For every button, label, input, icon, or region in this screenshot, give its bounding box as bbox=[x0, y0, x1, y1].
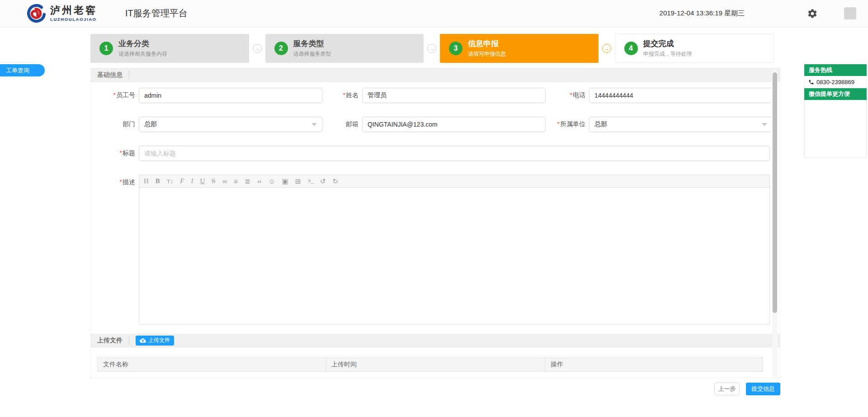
step-arrow-2: → bbox=[424, 34, 440, 63]
title-input[interactable] bbox=[139, 146, 770, 161]
employee-id-label: *员工号 bbox=[98, 91, 135, 100]
submit-info-button[interactable]: 提交信息 bbox=[746, 383, 780, 395]
step-arrow-3: → bbox=[599, 34, 615, 63]
right-sidebar: 服务热线 0830-2398869 微信提单更方便 bbox=[804, 64, 867, 158]
upload-file-button[interactable]: 上传文件 bbox=[136, 336, 174, 346]
work-order-query-tab[interactable]: 工单查询 bbox=[0, 64, 45, 76]
step-2-title: 服务类型 bbox=[293, 39, 331, 48]
divider bbox=[129, 336, 129, 345]
required-mark: * bbox=[113, 91, 116, 99]
description-editor-body[interactable] bbox=[139, 188, 769, 324]
required-mark: * bbox=[343, 91, 345, 99]
wechat-header: 微信提单更方便 bbox=[804, 88, 867, 100]
undo-icon[interactable]: ↺ bbox=[320, 178, 326, 185]
underline-icon[interactable]: U bbox=[200, 178, 205, 185]
main-form-panel: 基础信息 *员工号 *姓名 *电话 部门 总部 邮箱 *所属单位 总部 bbox=[90, 68, 780, 378]
step-2-subtitle: 请选择服务类型 bbox=[293, 50, 331, 58]
heading-icon[interactable]: H bbox=[144, 178, 149, 185]
top-header: 泸州老窖 LUZHOULAOJIAO IT服务管理平台 2019-12-04 1… bbox=[0, 0, 868, 27]
actions-column-header: 操作 bbox=[545, 358, 763, 371]
editor-toolbar: H B T↕ F I U S ∞ ≡ ≣ “ ☺ ▣ ⊞ >_ ↺ ↻ bbox=[139, 175, 769, 188]
arrow-right-icon: → bbox=[253, 44, 262, 53]
upload-file-button-label: 上传文件 bbox=[148, 336, 170, 344]
required-mark: * bbox=[557, 120, 560, 128]
email-input[interactable] bbox=[362, 117, 546, 132]
logo-swirl-icon bbox=[26, 4, 46, 24]
image-icon[interactable]: ▣ bbox=[282, 178, 288, 185]
gear-icon[interactable] bbox=[807, 8, 818, 19]
upload-time-column-header: 上传时间 bbox=[326, 358, 545, 371]
link-icon[interactable]: ∞ bbox=[222, 178, 227, 185]
step-arrow-1: → bbox=[249, 34, 265, 63]
footer-actions: 上一步 提交信息 bbox=[90, 383, 780, 395]
form-row-1: *员工号 *姓名 *电话 bbox=[98, 88, 780, 103]
strikethrough-icon[interactable]: S bbox=[212, 178, 215, 185]
hotline-row: 0830-2398869 bbox=[804, 76, 867, 88]
emoticon-icon[interactable]: ☺ bbox=[268, 178, 275, 185]
phone-icon bbox=[808, 79, 814, 85]
align-justify-icon[interactable]: ≣ bbox=[245, 178, 250, 185]
step-info-declare[interactable]: 3 信息申报 请填写申报信息 bbox=[440, 34, 599, 63]
department-label: 部门 bbox=[98, 120, 135, 128]
italic-icon[interactable]: I bbox=[191, 178, 193, 185]
email-label: 邮箱 bbox=[327, 120, 359, 128]
table-icon[interactable]: ⊞ bbox=[295, 178, 301, 185]
code-icon[interactable]: >_ bbox=[308, 179, 313, 184]
upload-section-bar: 上传文件 上传文件 bbox=[91, 334, 780, 347]
file-name-column-header: 文件名称 bbox=[98, 358, 326, 371]
logo-english-name: LUZHOULAOJIAO bbox=[50, 17, 97, 22]
unit-select-value: 总部 bbox=[594, 120, 607, 128]
phone-input[interactable] bbox=[589, 88, 773, 103]
unordered-list-icon[interactable]: ≡ bbox=[234, 178, 238, 185]
step-1-title: 业务分类 bbox=[118, 39, 167, 48]
datetime-text: 2019-12-04 13:36:19 星期三 bbox=[660, 9, 745, 18]
step-wizard: 1 业务分类 请选择相关服务内容 → 2 服务类型 请选择服务类型 → 3 信息… bbox=[90, 34, 774, 63]
form-row-2: 部门 总部 邮箱 *所属单位 总部 bbox=[98, 117, 780, 132]
step-submit-complete[interactable]: 4 提交完成 申报完成，等待处理 bbox=[615, 34, 774, 63]
font-size-icon[interactable]: T↕ bbox=[167, 178, 173, 184]
divider bbox=[129, 71, 129, 79]
bold-icon[interactable]: B bbox=[156, 178, 160, 185]
name-input[interactable] bbox=[362, 88, 546, 103]
scrollbar-thumb[interactable] bbox=[773, 72, 777, 313]
description-label: *描述 bbox=[98, 178, 135, 186]
panel-scrollbar bbox=[772, 69, 778, 377]
form-row-3: *标题 bbox=[98, 146, 780, 161]
header-right: 2019-12-04 13:36:19 星期三 bbox=[660, 7, 856, 19]
required-mark: * bbox=[120, 149, 122, 156]
unit-label: *所属单位 bbox=[547, 120, 585, 128]
quote-icon[interactable]: “ bbox=[257, 182, 262, 185]
step-business-category[interactable]: 1 业务分类 请选择相关服务内容 bbox=[90, 34, 249, 63]
hotline-number: 0830-2398869 bbox=[816, 79, 854, 85]
company-logo: 泸州老窖 LUZHOULAOJIAO bbox=[26, 4, 97, 24]
unit-select[interactable]: 总部 bbox=[589, 117, 773, 132]
page-title: IT服务管理平台 bbox=[125, 7, 188, 19]
department-select-value: 总部 bbox=[144, 120, 157, 128]
required-mark: * bbox=[570, 91, 572, 99]
employee-id-input[interactable] bbox=[139, 88, 322, 103]
description-editor: H B T↕ F I U S ∞ ≡ ≣ “ ☺ ▣ ⊞ >_ ↺ ↻ bbox=[139, 175, 770, 325]
logo-chinese-name: 泸州老窖 bbox=[50, 5, 97, 15]
wechat-qr-area bbox=[804, 100, 867, 158]
basic-info-section-title: 基础信息 bbox=[97, 71, 123, 79]
step-1-number: 1 bbox=[99, 42, 113, 55]
chevron-down-icon bbox=[311, 123, 317, 126]
arrow-right-icon: → bbox=[427, 44, 436, 53]
previous-step-button[interactable]: 上一步 bbox=[714, 383, 740, 395]
step-3-title: 信息申报 bbox=[468, 39, 506, 48]
file-table: 文件名称 上传时间 操作 bbox=[97, 357, 763, 372]
arrow-right-icon: → bbox=[602, 44, 611, 53]
redo-icon[interactable]: ↻ bbox=[333, 178, 339, 185]
step-4-title: 提交完成 bbox=[643, 39, 692, 48]
department-select[interactable]: 总部 bbox=[139, 117, 322, 132]
name-label: *姓名 bbox=[327, 91, 359, 100]
page: 泸州老窖 LUZHOULAOJIAO IT服务管理平台 2019-12-04 1… bbox=[0, 0, 868, 417]
step-3-number: 3 bbox=[449, 42, 462, 55]
step-3-subtitle: 请填写申报信息 bbox=[468, 50, 506, 58]
title-label: *标题 bbox=[98, 149, 135, 157]
service-hotline-header: 服务热线 bbox=[804, 64, 867, 76]
font-family-icon[interactable]: F bbox=[180, 178, 184, 185]
step-service-type[interactable]: 2 服务类型 请选择服务类型 bbox=[265, 34, 424, 63]
chevron-down-icon bbox=[762, 123, 767, 126]
avatar[interactable] bbox=[844, 7, 856, 19]
